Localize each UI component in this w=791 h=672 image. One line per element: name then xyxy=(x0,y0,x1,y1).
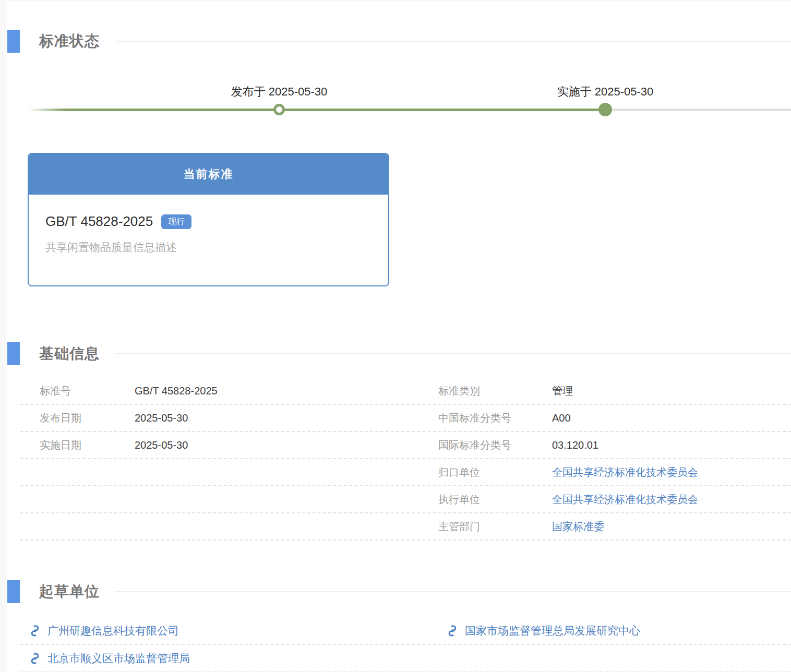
section-marker xyxy=(7,30,20,53)
basic-section-header: 基础信息 xyxy=(7,342,791,365)
implement-date-value: 2025-05-30 xyxy=(135,439,438,451)
timeline-node-implemented xyxy=(598,103,612,116)
drafting-unit-item[interactable]: 广州研趣信息科技有限公司 xyxy=(20,623,405,638)
row-label: 国际标准分类号 xyxy=(438,438,552,452)
timeline-node-published xyxy=(273,104,285,115)
standard-number-value: GB/T 45828-2025 xyxy=(135,385,438,397)
timeline-label-implemented: 实施于 2025-05-30 xyxy=(557,84,654,100)
link-icon xyxy=(28,623,42,637)
china-class-code-value: A00 xyxy=(552,412,791,424)
drafting-unit-link[interactable]: 国家市场监督管理总局发展研究中心 xyxy=(465,623,640,638)
section-title-drafting: 起草单位 xyxy=(39,582,100,602)
ics-code-value: 03.120.01 xyxy=(552,439,791,451)
basic-info-table: 标准号 GB/T 45828-2025 标准类别 管理 发布日期 2025-05… xyxy=(7,378,791,541)
section-drafting-units: 起草单位 广州研趣信息科技有限公司 国家市场监督管理总局发展研 xyxy=(7,580,791,672)
timeline-label-published: 发布于 2025-05-30 xyxy=(231,84,328,100)
section-basic-info: 基础信息 标准号 GB/T 45828-2025 标准类别 管理 发布日期 20… xyxy=(7,342,791,541)
section-marker xyxy=(7,580,20,603)
standard-category-value: 管理 xyxy=(552,384,791,398)
section-divider-line xyxy=(115,591,791,592)
row-label: 执行单位 xyxy=(438,493,552,507)
standard-name: 共享闲置物品质量信息描述 xyxy=(45,240,371,255)
table-row: 执行单位 全国共享经济标准化技术委员会 xyxy=(20,486,791,513)
section-standard-status: 标准状态 发布于 2025-05-30 实施于 2025-05-30 当前标准 … xyxy=(7,15,791,286)
row-label: 实施日期 xyxy=(20,438,135,452)
list-item-row: 北京市顺义区市场监督管理局 xyxy=(20,645,791,672)
standard-code: GB/T 45828-2025 xyxy=(45,213,153,230)
drafting-unit-list: 广州研趣信息科技有限公司 国家市场监督管理总局发展研究中心 北京市 xyxy=(7,617,791,672)
section-divider-line xyxy=(115,41,791,42)
executive-unit-link[interactable]: 全国共享经济标准化技术委员会 xyxy=(552,494,698,505)
row-label: 中国标准分类号 xyxy=(438,411,552,425)
section-divider-line xyxy=(115,353,791,354)
table-row: 标准号 GB/T 45828-2025 标准类别 管理 xyxy=(20,378,791,405)
list-item-row: 广州研趣信息科技有限公司 国家市场监督管理总局发展研究中心 xyxy=(20,617,791,645)
drafting-section-header: 起草单位 xyxy=(7,580,791,603)
link-icon xyxy=(28,651,42,665)
current-standard-card-header: 当前标准 xyxy=(29,154,388,195)
table-row: 主管部门 国家标准委 xyxy=(20,513,791,541)
table-row: 归口单位 全国共享经济标准化技术委员会 xyxy=(20,459,791,486)
drafting-unit-item[interactable]: 北京市顺义区市场监督管理局 xyxy=(20,651,405,666)
current-standard-card-title: 当前标准 xyxy=(184,166,234,182)
status-section-header: 标准状态 xyxy=(7,15,791,53)
drafting-unit-link[interactable]: 北京市顺义区市场监督管理局 xyxy=(47,651,190,666)
drafting-unit-item[interactable]: 国家市场监督管理总局发展研究中心 xyxy=(405,623,791,638)
timeline-track-green xyxy=(29,109,605,111)
timeline-track-gray xyxy=(605,109,791,111)
page-left-rail xyxy=(0,0,6,672)
table-row: 发布日期 2025-05-30 中国标准分类号 A00 xyxy=(20,405,791,432)
section-marker xyxy=(7,342,20,365)
drafting-unit-link[interactable]: 广州研趣信息科技有限公司 xyxy=(47,623,179,638)
section-title-basic: 基础信息 xyxy=(39,344,100,364)
row-label: 标准类别 xyxy=(438,384,552,398)
current-standard-card-body: GB/T 45828-2025 现行 共享闲置物品质量信息描述 xyxy=(29,195,388,255)
centralized-unit-link[interactable]: 全国共享经济标准化技术委员会 xyxy=(552,466,698,478)
row-label: 发布日期 xyxy=(20,411,135,425)
link-icon xyxy=(446,623,459,637)
standard-detail-page: 标准状态 发布于 2025-05-30 实施于 2025-05-30 当前标准 … xyxy=(7,0,791,672)
publish-date-value: 2025-05-30 xyxy=(135,412,438,424)
competent-department-link[interactable]: 国家标准委 xyxy=(552,521,604,532)
status-badge: 现行 xyxy=(161,214,191,229)
section-title-status: 标准状态 xyxy=(39,31,100,51)
row-label: 归口单位 xyxy=(438,465,552,479)
row-label: 标准号 xyxy=(20,384,135,398)
table-row: 实施日期 2025-05-30 国际标准分类号 03.120.01 xyxy=(20,432,791,459)
current-standard-card[interactable]: 当前标准 GB/T 45828-2025 现行 共享闲置物品质量信息描述 xyxy=(28,153,389,286)
status-timeline: 发布于 2025-05-30 实施于 2025-05-30 xyxy=(7,84,791,126)
row-label: 主管部门 xyxy=(438,520,552,534)
